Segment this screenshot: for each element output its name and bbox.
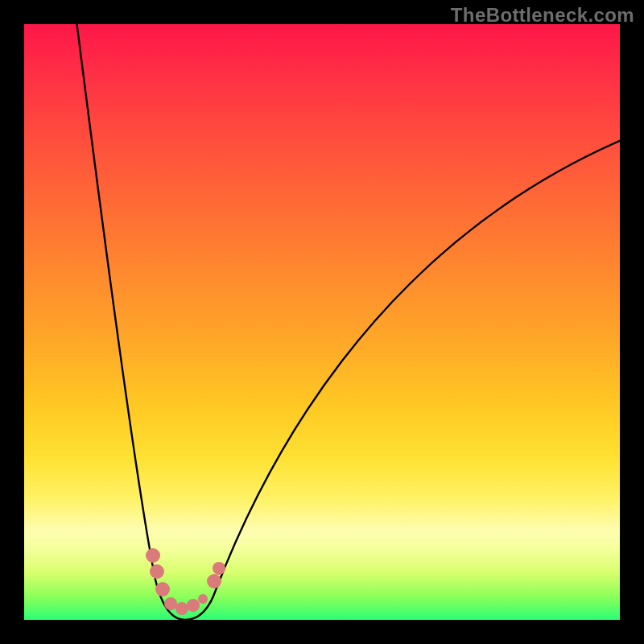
- curve-marker: [198, 594, 208, 604]
- curve-marker: [207, 574, 221, 588]
- curve-marker: [213, 562, 225, 575]
- curve-marker: [146, 548, 160, 563]
- curve-marker: [150, 564, 164, 579]
- watermark-text: TheBottleneck.com: [451, 4, 634, 27]
- marker-layer: [24, 24, 620, 620]
- chart-plot-area: [24, 24, 620, 620]
- curve-marker: [155, 582, 170, 597]
- chart-frame: TheBottleneck.com: [0, 0, 644, 644]
